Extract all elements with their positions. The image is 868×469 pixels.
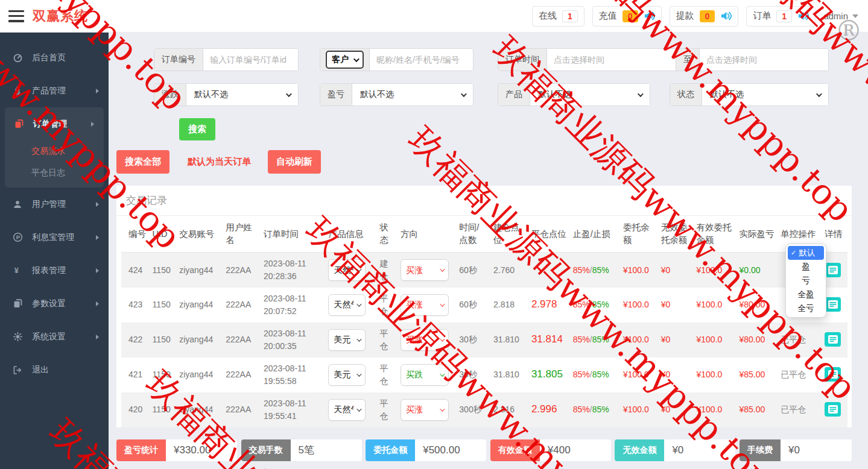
sidebar-subitem-trade-flow[interactable]: 交易流水 bbox=[5, 140, 104, 162]
withdraw-stat[interactable]: 提款 0 bbox=[670, 6, 739, 27]
recharge-stat[interactable]: 充值 0 bbox=[592, 6, 662, 27]
detail-button[interactable] bbox=[825, 367, 841, 382]
product-select[interactable]: 美元 bbox=[328, 329, 366, 351]
sidebar-item-products[interactable]: B 产品管理 bbox=[0, 74, 109, 107]
summary-value: ¥0 bbox=[781, 439, 852, 461]
time-to-input[interactable] bbox=[700, 49, 828, 71]
search-all-button[interactable]: 搜索全部 bbox=[116, 150, 169, 174]
detail-button[interactable] bbox=[825, 402, 841, 417]
control-option-all-lose[interactable]: 全亏 bbox=[788, 301, 824, 315]
detail-button[interactable] bbox=[825, 332, 841, 347]
cell-actual-profit: ¥85.00 bbox=[736, 357, 778, 392]
user-icon bbox=[11, 200, 24, 209]
menu-icon[interactable] bbox=[8, 10, 24, 22]
cell-stop-levels: 85%/85% bbox=[570, 392, 620, 427]
chevron-right-icon bbox=[91, 122, 94, 127]
profitloss-select[interactable]: 默认不选 bbox=[352, 84, 473, 105]
logout-icon bbox=[11, 365, 24, 375]
cell-username: 222AA bbox=[223, 253, 261, 288]
detail-button[interactable] bbox=[825, 263, 841, 277]
cell-username: 222AA bbox=[223, 323, 261, 357]
sidebar-item-dashboard[interactable]: 后台首页 bbox=[0, 41, 109, 74]
sidebar-item-logout[interactable]: 退出 bbox=[0, 353, 109, 386]
product-select[interactable]: 天然气 bbox=[328, 399, 366, 421]
trade-records-table: 编号 UID 交易账号 用户姓名 订单时间 产品信息 状态 方向 时间/点数 建… bbox=[121, 216, 847, 427]
sidebar-subitem-close-log[interactable]: 平仓日志 bbox=[5, 162, 104, 184]
control-option-all-win[interactable]: 全盈 bbox=[788, 288, 824, 301]
col-header: 订单时间 bbox=[261, 216, 325, 253]
sidebar-item-users[interactable]: 用户管理 bbox=[0, 187, 109, 221]
control-dropdown-popup: ✓ 默认 盈 亏 全盈 全亏 bbox=[785, 244, 826, 318]
online-label: 在线 bbox=[539, 10, 557, 22]
cell-uid: 1150 bbox=[150, 253, 177, 288]
cell-stop-levels: 85%/85% bbox=[570, 357, 620, 392]
cell-uid: 1150 bbox=[150, 323, 177, 357]
product-select[interactable]: 默认不选 bbox=[530, 84, 650, 105]
top-bar: 双赢系统 在线 1 充值 0 提款 0 订单 1 admin bbox=[0, 0, 868, 33]
direction-select[interactable]: 买跌 bbox=[401, 364, 449, 386]
topbar-stats: 在线 1 充值 0 提款 0 订单 1 admin bbox=[532, 6, 868, 27]
direction-select[interactable]: 买涨 bbox=[401, 259, 449, 281]
profitloss-value: 默认不选 bbox=[360, 89, 394, 100]
sidebar-item-label: 参数设置 bbox=[32, 298, 66, 309]
speaker-icon[interactable] bbox=[720, 11, 732, 21]
sidebar-item-parameters[interactable]: 参数设置 bbox=[0, 287, 109, 320]
col-header: 产品信息 bbox=[325, 216, 376, 253]
cell-entrust-balance: ¥100.0 bbox=[620, 288, 658, 323]
summary-label: 委托金额 bbox=[366, 439, 415, 461]
customer-select[interactable]: 客户 bbox=[326, 51, 364, 69]
product-select[interactable]: 美元 bbox=[328, 364, 366, 386]
auto-refresh-button[interactable]: 自动刷新 bbox=[268, 150, 321, 174]
cell-valid-balance: ¥100.0 bbox=[693, 288, 736, 323]
search-button[interactable]: 搜索 bbox=[179, 118, 215, 140]
col-header: 状态 bbox=[377, 216, 398, 253]
status-select[interactable]: 默认不选 bbox=[702, 84, 828, 105]
status-value: 默认不选 bbox=[710, 89, 744, 100]
summary-entrust-amount: 委托金额 ¥500.00 bbox=[366, 439, 486, 461]
table-row: 424 1150 ziyang44 222AA 2023-08-11 20:28… bbox=[121, 253, 847, 288]
control-option-lose[interactable]: 亏 bbox=[788, 274, 824, 288]
order-no-filter: 订单编号 bbox=[154, 48, 299, 71]
cell-valid-balance: ¥100.0 bbox=[693, 392, 736, 427]
customer-search-input[interactable] bbox=[370, 49, 473, 71]
product-select[interactable]: 天然气 bbox=[328, 294, 366, 316]
svg-text:¥: ¥ bbox=[14, 266, 19, 275]
summary-label: 手续费 bbox=[740, 439, 781, 461]
control-option-default[interactable]: ✓ 默认 bbox=[788, 246, 824, 260]
order-no-input[interactable] bbox=[203, 49, 298, 71]
speaker-icon[interactable] bbox=[644, 11, 655, 21]
online-stat[interactable]: 在线 1 bbox=[532, 6, 584, 27]
updown-select[interactable]: 默认不选 bbox=[186, 84, 298, 105]
cell-account: ziyang44 bbox=[176, 323, 223, 357]
chevron-down-icon bbox=[286, 91, 292, 97]
sidebar-item-interest[interactable]: P 利息宝管理 bbox=[0, 221, 109, 254]
direction-select[interactable]: 买涨 bbox=[401, 329, 449, 351]
cell-close-point: 2.978 bbox=[528, 288, 570, 323]
time-from-input[interactable] bbox=[547, 49, 676, 71]
direction-select[interactable]: 买涨 bbox=[401, 399, 449, 421]
sidebar-item-system[interactable]: 系统设置 bbox=[0, 320, 109, 353]
brand-title: 双赢系统 bbox=[33, 7, 88, 25]
sidebar-item-reports[interactable]: ¥ 报表管理 bbox=[0, 254, 109, 287]
control-option-win[interactable]: 盈 bbox=[788, 260, 824, 274]
time-range-filter: 订单时间 至 bbox=[498, 48, 829, 71]
col-header: UID bbox=[150, 216, 177, 253]
direction-select[interactable]: 买涨 bbox=[401, 294, 449, 316]
sidebar-item-order-management[interactable]: 订单管理 bbox=[5, 107, 104, 140]
product-select[interactable]: 天然气 bbox=[328, 259, 366, 281]
table-header-row: 编号 UID 交易账号 用户姓名 订单时间 产品信息 状态 方向 时间/点数 建… bbox=[121, 216, 847, 253]
orders-stat[interactable]: 订单 1 bbox=[746, 6, 816, 27]
cell-open-point: 2.760 bbox=[490, 253, 528, 288]
chevron-down-icon bbox=[440, 301, 445, 306]
dashboard-icon bbox=[11, 52, 24, 63]
product-value: 默认不选 bbox=[538, 89, 572, 100]
sidebar-group-orders: 订单管理 交易流水 平仓日志 bbox=[5, 107, 104, 187]
cell-id: 423 bbox=[121, 288, 150, 323]
trade-records-panel: 交易记录 编号 UID 交易账号 用户姓名 订单时间 产 bbox=[116, 186, 852, 427]
cell-entrust-balance: ¥100.0 bbox=[620, 253, 658, 288]
cell-order-time: 2023-08-11 20:00:35 bbox=[261, 323, 325, 357]
chevron-right-icon bbox=[96, 202, 99, 207]
speaker-icon[interactable] bbox=[797, 11, 809, 21]
circle-p-icon: P bbox=[11, 232, 24, 242]
detail-button[interactable] bbox=[825, 297, 841, 312]
